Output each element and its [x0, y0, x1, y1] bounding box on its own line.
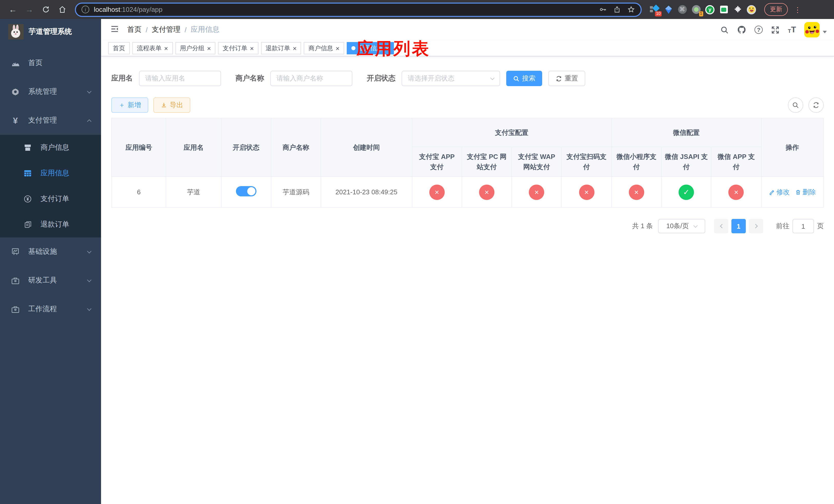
app-name-input[interactable]: 请输入应用名 — [139, 71, 221, 86]
merchant-name-input[interactable]: 请输入商户名称 — [270, 71, 352, 86]
browser-menu-icon[interactable]: ⋮ — [794, 5, 801, 14]
tag-pay-order[interactable]: 支付订单× — [218, 42, 258, 54]
tag-merchant-info[interactable]: 商户信息× — [304, 42, 344, 54]
tags-view: 首页 流程表单× 用户分组× 支付订单× 退款订单× 商户信息× 应用信息× — [101, 41, 834, 56]
app-title: 芋道管理系统 — [29, 27, 72, 37]
sidebar-logo[interactable]: 芋道管理系统 — [0, 19, 101, 45]
font-size-icon[interactable]: TT — [788, 26, 796, 34]
wx-jsapi-status-icon: ✓ — [679, 184, 694, 200]
reload-icon[interactable] — [39, 3, 52, 16]
tag-home[interactable]: 首页 — [108, 42, 130, 54]
hamburger-icon[interactable] — [108, 22, 121, 37]
export-button[interactable]: 导出 — [153, 97, 190, 113]
prev-page-button[interactable] — [714, 219, 728, 233]
download-icon — [160, 102, 167, 109]
profile-avatar-icon[interactable] — [747, 5, 756, 14]
active-dot — [351, 46, 355, 50]
share-icon[interactable] — [613, 6, 621, 13]
chevron-down-icon — [87, 249, 91, 253]
top-navbar: 首页 / 支付管理 / 应用信息 ? — [101, 19, 834, 41]
col-group-alipay: 支付宝配置 — [412, 118, 611, 147]
chevron-down-icon — [490, 76, 495, 80]
extension-gray-ball-icon[interactable]: 1 — [692, 5, 701, 14]
bookmark-star-icon[interactable] — [627, 6, 635, 13]
url-text[interactable]: localhost:1024/pay/app — [94, 6, 594, 13]
forward-icon[interactable]: → — [23, 3, 36, 16]
page-size-select[interactable]: 10条/页 — [658, 219, 705, 233]
pagination: 共 1 条 10条/页 1 前往 页 — [111, 219, 824, 233]
sidebar-item-merchant-info[interactable]: 商户信息 — [0, 135, 101, 160]
sidebar-item-workflow[interactable]: 工作流程 — [0, 295, 101, 323]
edit-link[interactable]: 修改 — [769, 187, 790, 197]
sidebar-item-infra[interactable]: 基础设施 — [0, 237, 101, 266]
breadcrumb-home[interactable]: 首页 — [127, 25, 141, 35]
delete-link[interactable]: 删除 — [795, 187, 816, 197]
cell-enabled — [221, 177, 271, 207]
breadcrumb-current: 应用信息 — [191, 25, 220, 35]
tag-process-form[interactable]: 流程表单× — [132, 42, 173, 54]
cell-app-id: 6 — [112, 177, 166, 207]
refresh-button[interactable] — [808, 97, 824, 113]
close-icon[interactable]: × — [250, 45, 254, 51]
extension-y-icon[interactable]: y — [705, 5, 715, 14]
col-created: 创建时间 — [321, 118, 412, 177]
tag-refund-order[interactable]: 退款订单× — [261, 42, 301, 54]
search-button[interactable]: 搜索 — [506, 71, 542, 86]
goto-page-input[interactable] — [792, 219, 814, 233]
extension-chat-icon[interactable] — [719, 5, 728, 14]
sidebar-item-home[interactable]: 首页 — [0, 49, 101, 77]
cell-app-name: 芋道 — [166, 177, 221, 207]
briefcase-icon — [10, 305, 21, 313]
total-count: 共 1 条 — [632, 222, 653, 231]
table-grid-icon — [23, 169, 33, 177]
close-icon[interactable]: × — [164, 45, 168, 51]
close-icon[interactable]: × — [336, 45, 339, 51]
avatar[interactable] — [804, 22, 820, 38]
caret-down-icon[interactable] — [823, 30, 827, 33]
cell-merchant: 芋道源码 — [271, 177, 321, 207]
home-icon[interactable] — [56, 3, 69, 16]
close-icon[interactable]: × — [293, 45, 297, 51]
status-select[interactable]: 请选择开启状态 — [402, 71, 500, 86]
next-page-button[interactable] — [749, 219, 763, 233]
gear-icon — [10, 88, 21, 96]
pay-submenu: 商户信息 应用信息 支付订单 — [0, 135, 101, 237]
sidebar-item-dev-tools[interactable]: 研发工具 — [0, 266, 101, 295]
page-1-button[interactable]: 1 — [731, 219, 746, 233]
col-group-wechat: 微信配置 — [611, 118, 761, 147]
col-wx-app: 微信 APP 支付 — [711, 147, 761, 177]
site-info-icon[interactable]: i — [82, 6, 89, 13]
user-avatar-wrap[interactable] — [804, 22, 827, 38]
github-icon[interactable] — [737, 25, 746, 35]
close-icon[interactable]: × — [207, 45, 211, 51]
add-button[interactable]: ＋新增 — [111, 97, 148, 113]
extension-command-icon[interactable]: ⌘ — [678, 5, 687, 14]
enabled-switch[interactable] — [236, 186, 256, 197]
help-icon[interactable]: ? — [754, 26, 763, 34]
col-alipay-wap: 支付宝 WAP 网站支付 — [512, 147, 562, 177]
chevron-down-icon — [87, 278, 91, 282]
tag-user-group[interactable]: 用户分组× — [175, 42, 215, 54]
extension-blue-diamond-icon[interactable]: 10 — [650, 5, 659, 14]
breadcrumb-pay[interactable]: 支付管理 — [152, 25, 180, 35]
sidebar-item-app-info[interactable]: 应用信息 — [0, 160, 101, 186]
sidebar-item-pay[interactable]: ¥ 支付管理 — [0, 106, 101, 135]
show-search-button[interactable] — [788, 97, 803, 113]
col-alipay-pc: 支付宝 PC 网站支付 — [462, 147, 512, 177]
sidebar-item-system[interactable]: 系统管理 — [0, 77, 101, 106]
sidebar-item-pay-order[interactable]: 支付订单 — [0, 186, 101, 212]
address-bar[interactable]: i localhost:1024/pay/app — [75, 2, 642, 17]
extensions-puzzle-icon[interactable] — [733, 5, 742, 14]
reset-button[interactable]: 重置 — [548, 71, 585, 86]
col-merchant: 商户名称 — [271, 118, 321, 177]
col-actions: 操作 — [761, 118, 824, 177]
extension-kite-icon[interactable] — [664, 5, 673, 14]
annotation-overlay-text: 应用列表 — [356, 38, 430, 61]
browser-update-button[interactable]: 更新 — [764, 3, 788, 16]
col-alipay-qr: 支付宝扫码支付 — [562, 147, 612, 177]
fullscreen-icon[interactable] — [771, 25, 780, 34]
search-icon[interactable] — [720, 25, 729, 34]
password-key-icon[interactable] — [599, 6, 607, 13]
sidebar-item-refund-order[interactable]: 退款订单 — [0, 212, 101, 237]
back-icon[interactable]: ← — [6, 3, 20, 16]
